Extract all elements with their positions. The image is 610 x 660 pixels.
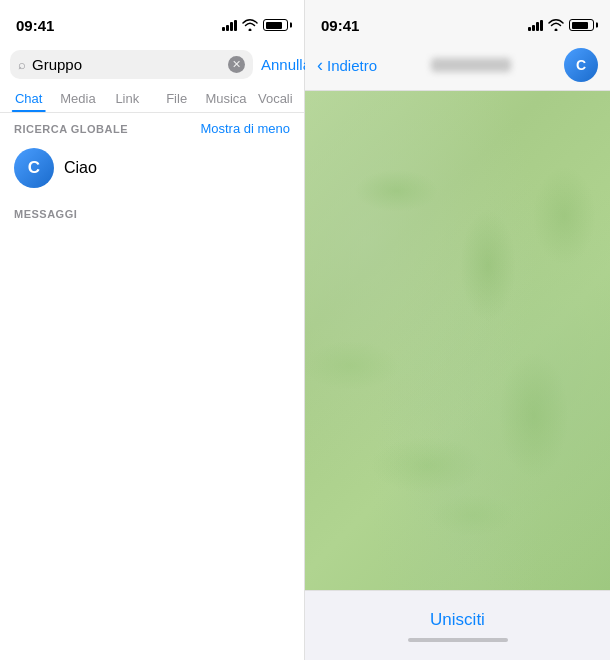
result-item-ciao[interactable]: C Ciao [0, 140, 304, 196]
status-bar-left: 09:41 [0, 0, 304, 44]
search-bar: ⌕ ✕ Annulla [0, 44, 304, 85]
tab-musica[interactable]: Musica [201, 85, 250, 112]
messages-section: MESSAGGI [0, 196, 304, 226]
wifi-icon-right [548, 19, 564, 31]
search-input[interactable] [32, 56, 222, 73]
signal-icon [222, 20, 237, 31]
search-input-wrapper[interactable]: ⌕ ✕ [10, 50, 253, 79]
bottom-bar: Unisciti [305, 590, 610, 660]
messages-label: MESSAGGI [14, 208, 77, 220]
global-search-header: RICERCA GLOBALE Mostra di meno [0, 113, 304, 140]
back-label: Indietro [327, 57, 377, 74]
chevron-left-icon: ‹ [317, 56, 323, 74]
time-right: 09:41 [321, 17, 359, 34]
tab-vocali[interactable]: Vocali [251, 85, 300, 112]
signal-icon-right [528, 20, 543, 31]
avatar-ciao: C [14, 148, 54, 188]
status-icons-left [222, 19, 288, 31]
cancel-button[interactable]: Annulla [261, 56, 311, 73]
status-bar-right: 09:41 [305, 0, 610, 44]
home-indicator [408, 638, 508, 642]
right-panel: 09:41 ‹ Indietro C Unisciti [305, 0, 610, 660]
tabs-row: Chat Media Link File Musica Vocali [0, 85, 304, 113]
battery-icon [263, 19, 288, 31]
status-icons-right [528, 19, 594, 31]
nav-bar: ‹ Indietro C [305, 44, 610, 91]
global-search-label: RICERCA GLOBALE [14, 123, 128, 135]
tab-link[interactable]: Link [103, 85, 152, 112]
tab-media[interactable]: Media [53, 85, 102, 112]
search-icon: ⌕ [18, 57, 26, 72]
left-panel: 09:41 ⌕ ✕ Annulla Chat Media Link [0, 0, 305, 660]
clear-button[interactable]: ✕ [228, 56, 245, 73]
time-left: 09:41 [16, 17, 54, 34]
join-button[interactable]: Unisciti [430, 610, 485, 630]
battery-icon-right [569, 19, 594, 31]
nav-avatar[interactable]: C [564, 48, 598, 82]
chat-background [305, 91, 610, 590]
result-name-ciao: Ciao [64, 159, 97, 177]
nav-title-blurred [431, 58, 511, 72]
show-more-button[interactable]: Mostra di meno [200, 121, 290, 136]
tab-file[interactable]: File [152, 85, 201, 112]
tab-chat[interactable]: Chat [4, 85, 53, 112]
back-button[interactable]: ‹ Indietro [317, 56, 377, 74]
wifi-icon [242, 19, 258, 31]
